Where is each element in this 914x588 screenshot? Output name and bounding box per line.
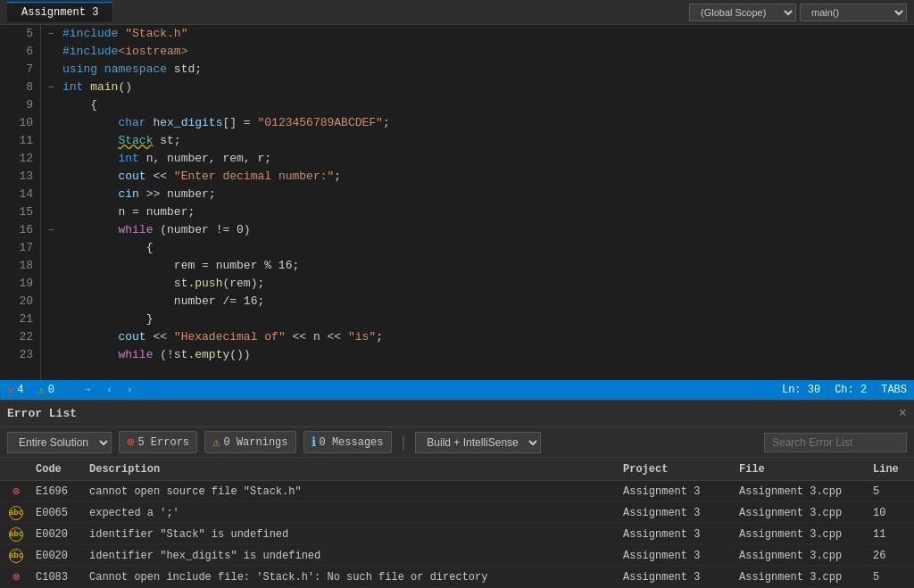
- row-project: Assignment 3: [616, 507, 732, 519]
- token: (!st.: [153, 346, 195, 364]
- token: st;: [153, 132, 180, 150]
- token: }: [146, 311, 154, 328]
- indent: [62, 221, 118, 239]
- token: [118, 25, 125, 43]
- error-count-status[interactable]: ✕ 4: [7, 384, 23, 397]
- row-code: E0065: [29, 507, 82, 519]
- table-row[interactable]: abcE0065expected a ';'Assignment 3Assign…: [0, 502, 914, 524]
- token: [97, 61, 104, 79]
- token: "Enter decimal number:": [174, 168, 334, 186]
- token: << n <<: [286, 328, 348, 346]
- code-line: −#include "Stack.h": [48, 25, 914, 43]
- error-row-icon: ⊗: [12, 569, 20, 584]
- token: number /= 16;: [174, 293, 264, 311]
- col-header-project[interactable]: Project: [616, 463, 732, 476]
- cursor-line: Ln: 30: [782, 384, 820, 396]
- token: while: [118, 346, 153, 364]
- editor-area: 567891011121314151617181920212223 −#incl…: [0, 25, 914, 380]
- table-row[interactable]: abcE0020identifier "Stack" is undefinedA…: [0, 524, 914, 545]
- indent: [62, 96, 90, 114]
- scope-dropdowns: (Global Scope) main(): [689, 4, 907, 21]
- token: #: [62, 25, 70, 43]
- token: "Hexadecimal of": [174, 328, 286, 346]
- warning-icon: ⚠: [37, 384, 44, 397]
- warning-row-icon: abc: [9, 549, 23, 563]
- token: cin: [118, 186, 138, 203]
- panel-close-button[interactable]: ×: [898, 406, 907, 422]
- code-lines[interactable]: −#include "Stack.h"#include<iostream>usi…: [41, 25, 914, 380]
- row-code: E0020: [29, 528, 82, 541]
- token: include: [70, 43, 119, 61]
- row-file: Assignment 3.cpp: [732, 528, 866, 541]
- indent: [62, 346, 118, 364]
- token: ;: [383, 114, 390, 132]
- code-line: char hex_digits[] = "0123456789ABCDEF";: [48, 114, 914, 132]
- row-description: Cannot open include file: 'Stack.h': No …: [82, 571, 616, 584]
- col-header-line[interactable]: Line: [866, 463, 910, 476]
- row-line: 5: [866, 485, 910, 498]
- row-icon-cell: abc: [4, 527, 29, 542]
- row-line: 26: [866, 550, 910, 562]
- token: int: [118, 150, 138, 168]
- nav-back-arrow[interactable]: ←: [69, 384, 79, 396]
- token: <<: [146, 168, 174, 186]
- error-search-input[interactable]: [764, 433, 907, 452]
- errors-filter-button[interactable]: ⊗ 5 Errors: [119, 431, 197, 453]
- code-line: {: [48, 239, 914, 257]
- row-icon-cell: ⊗: [4, 484, 29, 499]
- fold-button[interactable]: −: [48, 221, 59, 239]
- scroll-left-indicator[interactable]: ‹: [106, 385, 112, 395]
- status-bar: ✕ 4 ⚠ 0 ← → ‹ › Ln: 30 Ch: 2 TABS: [0, 380, 914, 400]
- table-row[interactable]: abcE0020identifier "hex_digits" is undef…: [0, 545, 914, 567]
- col-header-description[interactable]: Description: [82, 463, 616, 476]
- filter-solution-dropdown[interactable]: Entire Solution: [7, 432, 112, 453]
- file-tab-assignment3[interactable]: Assignment 3: [7, 2, 113, 22]
- token: std;: [167, 61, 202, 79]
- messages-filter-button[interactable]: ℹ 0 Messages: [303, 431, 392, 453]
- token: "is": [348, 328, 376, 346]
- row-icon-cell: abc: [4, 506, 29, 520]
- token: cout: [118, 168, 145, 186]
- token: "0123456789ABCDEF": [257, 114, 382, 132]
- build-filter-dropdown[interactable]: Build + IntelliSense: [415, 432, 541, 453]
- indent: [62, 114, 118, 132]
- table-row[interactable]: ⊗C1083Cannot open include file: 'Stack.h…: [0, 567, 914, 588]
- line-numbers: 567891011121314151617181920212223: [0, 25, 41, 380]
- col-header-file[interactable]: File: [732, 463, 866, 476]
- row-description: identifier "hex_digits" is undefined: [82, 550, 616, 562]
- token: <<: [146, 328, 174, 346]
- messages-filter-icon: ℹ: [312, 435, 316, 450]
- token: using: [62, 61, 97, 79]
- token: [83, 79, 90, 96]
- row-line: 10: [866, 507, 910, 519]
- indent: [62, 239, 146, 257]
- token: {: [146, 239, 154, 257]
- fold-button[interactable]: −: [48, 25, 59, 43]
- row-file: Assignment 3.cpp: [732, 571, 866, 584]
- token: char: [118, 114, 145, 132]
- warnings-filter-button[interactable]: ⚠ 0 Warnings: [204, 431, 295, 453]
- status-right-section: Ln: 30 Ch: 2 TABS: [782, 384, 907, 396]
- warning-count-status[interactable]: ⚠ 0: [37, 384, 54, 397]
- token: namespace: [104, 61, 167, 79]
- code-container: 567891011121314151617181920212223 −#incl…: [0, 25, 914, 380]
- token: <iostream>: [118, 43, 187, 61]
- scope-dropdown-global[interactable]: (Global Scope): [689, 4, 796, 21]
- indent: [62, 132, 118, 150]
- row-project: Assignment 3: [616, 485, 732, 498]
- table-row[interactable]: ⊗E1696cannot open source file "Stack.h"A…: [0, 481, 914, 502]
- scroll-right-indicator[interactable]: ›: [127, 385, 133, 395]
- code-line: while (!st.empty()): [48, 346, 914, 364]
- code-line: using namespace std;: [48, 61, 914, 79]
- scope-dropdown-function[interactable]: main(): [800, 4, 907, 21]
- row-description: expected a ';': [82, 507, 616, 519]
- warning-row-icon: abc: [9, 527, 23, 542]
- error-toolbar: Entire Solution ⊗ 5 Errors ⚠ 0 Warnings …: [0, 427, 914, 458]
- token: cout: [118, 328, 145, 346]
- col-header-code[interactable]: Code: [29, 463, 82, 476]
- token: >> number;: [139, 186, 216, 203]
- nav-forward-arrow[interactable]: →: [82, 384, 92, 396]
- code-line: }: [48, 311, 914, 328]
- fold-button[interactable]: −: [48, 79, 59, 96]
- token: [] =: [222, 114, 257, 132]
